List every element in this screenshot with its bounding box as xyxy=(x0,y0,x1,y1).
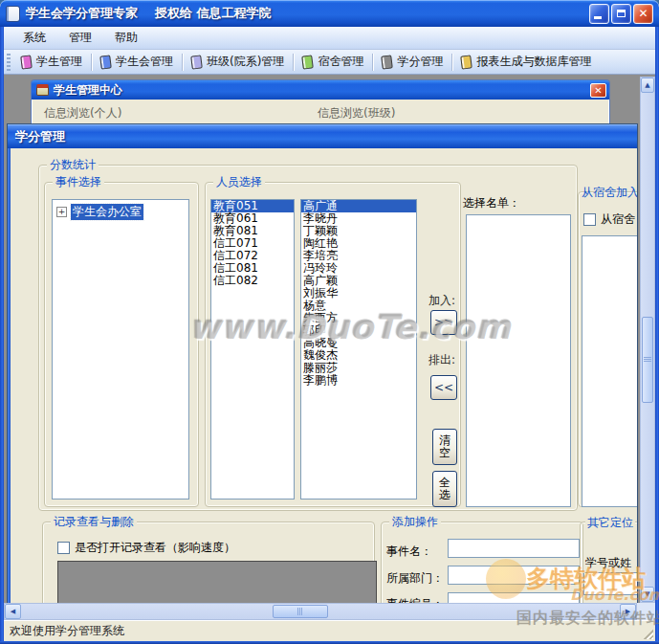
list-item[interactable]: 李鹏博 xyxy=(301,374,416,387)
close-icon: ✕ xyxy=(594,85,602,96)
toolbar-credit-management[interactable]: 学分管理 xyxy=(375,52,450,72)
form-icon xyxy=(36,84,49,96)
dorm-checkbox-label: 从宿舍 xyxy=(601,211,635,228)
record-grid-placeholder xyxy=(57,561,377,603)
credit-window-title: 学分管理 xyxy=(15,128,65,145)
toolbar-dorm-management[interactable]: 宿舍管理 xyxy=(296,52,370,72)
scroll-down-icon: ▼ xyxy=(645,590,649,598)
toolbar-separator xyxy=(293,54,294,71)
vertical-scrollbar[interactable]: ▲ ▼ xyxy=(640,77,655,603)
record-view-label: 记录查看与删除 xyxy=(51,515,137,528)
other-locate-hint: 学号或姓 xyxy=(585,555,631,571)
window-edge xyxy=(8,148,11,603)
close-button[interactable]: ✕ xyxy=(633,4,653,24)
add-button[interactable]: >> xyxy=(430,310,457,335)
add-label: 加入: xyxy=(428,293,455,309)
thumb-grip xyxy=(644,357,651,363)
scroll-down-button[interactable]: ▼ xyxy=(641,587,654,602)
window-frame-right xyxy=(655,25,659,644)
department-label: 所属部门： xyxy=(386,570,444,587)
title-bar: 学生会学分管理专家 授权给 信息工程学院 ✕ xyxy=(0,0,659,27)
menu-help[interactable]: 帮助 xyxy=(103,27,149,49)
person-selection-label: 人员选择 xyxy=(213,175,265,189)
mdi-client-area: 学生管理中心 ✕ 信息浏览(个人) 信息浏览(班级) 学分管理 分数统计 xyxy=(4,75,655,620)
app-title-licensee: 授权给 信息工程学院 xyxy=(155,5,272,22)
event-number-label: 事件编号： xyxy=(386,596,444,603)
toolbar-separator xyxy=(182,54,183,71)
toolbar-class-management[interactable]: 班级(院系)管理 xyxy=(185,52,291,72)
toolbar-label: 学生管理 xyxy=(36,54,82,70)
scroll-right-icon: ▶ xyxy=(626,608,630,615)
horizontal-scroll-thumb[interactable] xyxy=(273,605,328,618)
status-bar: 欢迎使用学分管理系统 xyxy=(4,620,655,641)
record-checkbox-label: 是否打开记录查看（影响速度） xyxy=(75,540,235,556)
vertical-scroll-thumb[interactable] xyxy=(642,317,653,403)
maximize-icon xyxy=(617,10,626,17)
selected-list-label: 选择名单： xyxy=(463,195,520,211)
toolbar-union-management[interactable]: 学生会管理 xyxy=(94,52,180,72)
tree-expand-icon[interactable]: + xyxy=(56,207,67,217)
selected-listbox[interactable] xyxy=(466,214,571,507)
toolbar-label: 学分管理 xyxy=(397,54,443,70)
dorm-checkbox-row[interactable]: 从宿舍 xyxy=(583,211,635,228)
student-center-window: 学生管理中心 ✕ 信息浏览(个人) 信息浏览(班级) xyxy=(32,80,609,130)
book-icon xyxy=(382,55,394,69)
other-locate-label: 其它定位 xyxy=(585,515,635,531)
maximize-button[interactable] xyxy=(611,4,631,24)
toolbar-separator xyxy=(372,54,373,71)
application-window: 学生会学分管理专家 授权给 信息工程学院 ✕ 系统 管理 帮助 学生管理 学生会… xyxy=(0,0,659,644)
tab-info-browse-class[interactable]: 信息浏览(班级) xyxy=(318,105,395,122)
toolbar-separator xyxy=(451,54,452,71)
student-center-close-button[interactable]: ✕ xyxy=(590,83,606,98)
name-listbox[interactable]: 高广通 李晓丹 丁颖颖 陶红艳 李培亮 冯玲玲 高广颖 刘振华 杨意 朱西方 郭… xyxy=(300,199,417,500)
select-all-button[interactable]: 全选 xyxy=(432,471,457,507)
class-listbox[interactable]: 教育051 教育061 教育081 信工071 信工072 信工081 信工08… xyxy=(210,199,295,500)
book-icon xyxy=(99,55,112,69)
book-icon xyxy=(20,55,33,69)
record-checkbox-row[interactable]: 是否打开记录查看（影响速度） xyxy=(57,540,235,556)
student-center-titlebar[interactable]: 学生管理中心 ✕ xyxy=(32,80,609,100)
add-operation-label: 添加操作 xyxy=(389,515,441,528)
scroll-left-button[interactable]: ◀ xyxy=(5,604,21,619)
other-locate-input[interactable] xyxy=(583,572,637,595)
toolbar-report-database[interactable]: 报表生成与数据库管理 xyxy=(454,52,598,72)
minimize-button[interactable] xyxy=(589,4,609,24)
close-icon: ✕ xyxy=(638,8,648,19)
event-number-input[interactable] xyxy=(448,592,580,603)
remove-button[interactable]: << xyxy=(430,375,457,400)
list-item[interactable]: 信工082 xyxy=(211,275,294,287)
menu-system[interactable]: 系统 xyxy=(11,27,57,49)
credit-management-window: 学分管理 分数统计 事件选择 + 学生会办公室 xyxy=(8,124,637,603)
window-frame-left xyxy=(0,25,4,644)
tab-info-browse-personal[interactable]: 信息浏览(个人) xyxy=(44,105,121,122)
scroll-left-icon: ◀ xyxy=(11,608,15,615)
remove-label: 排出: xyxy=(428,352,455,368)
resize-grip[interactable] xyxy=(641,627,653,639)
event-tree[interactable]: + 学生会办公室 xyxy=(52,199,189,500)
menu-manage[interactable]: 管理 xyxy=(57,27,103,49)
add-operation-group: 添加操作 xyxy=(381,522,583,603)
department-input[interactable] xyxy=(448,566,580,585)
book-icon xyxy=(190,55,203,69)
horizontal-scrollbar[interactable]: ◀ ▶ xyxy=(4,603,637,620)
toolbar-student-management[interactable]: 学生管理 xyxy=(14,52,89,72)
student-center-title: 学生管理中心 xyxy=(54,82,122,99)
toolbar-separator xyxy=(91,54,92,71)
credit-window-body: 分数统计 事件选择 + 学生会办公室 人员选择 教育051 xyxy=(8,148,637,603)
thumb-grip xyxy=(297,608,303,615)
record-checkbox[interactable] xyxy=(57,542,70,554)
event-selection-label: 事件选择 xyxy=(53,175,104,189)
clear-button[interactable]: 清空 xyxy=(432,429,457,465)
event-name-input[interactable] xyxy=(448,539,580,558)
scrollbar-corner xyxy=(637,603,655,620)
credit-window-titlebar[interactable]: 学分管理 xyxy=(8,124,637,148)
app-title: 学生会学分管理专家 xyxy=(26,5,138,22)
dorm-listbox[interactable] xyxy=(582,235,637,507)
toolbar-grip[interactable] xyxy=(7,54,11,71)
tree-node-office[interactable]: 学生会办公室 xyxy=(71,204,143,220)
tree-row[interactable]: + 学生会办公室 xyxy=(53,200,188,220)
scroll-up-button[interactable]: ▲ xyxy=(641,78,654,93)
scroll-right-button[interactable]: ▶ xyxy=(620,604,636,619)
dorm-checkbox[interactable] xyxy=(583,213,596,226)
menu-bar: 系统 管理 帮助 xyxy=(4,27,655,50)
